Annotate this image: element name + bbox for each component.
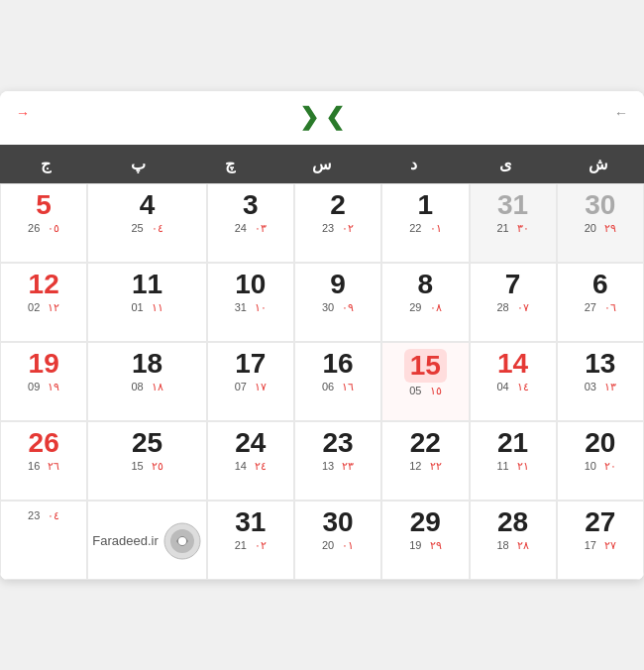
persian-day-number: 16 — [323, 349, 354, 380]
arrow-left-icon: → — [16, 105, 30, 121]
arrow-right-icon: ← — [614, 105, 628, 121]
day-cell[interactable]: 12 ١٢ 02 — [0, 263, 87, 342]
day-cell[interactable]: 19 ١٩ 09 — [0, 342, 87, 421]
sub-days: ٢٦ 16 — [5, 460, 82, 473]
persian-day-number: 26 — [29, 428, 59, 459]
hijri-day: ٠٧ — [517, 301, 529, 314]
day-cell[interactable]: 6 ٠٦ 27 — [557, 263, 644, 342]
gregorian-day: 08 — [131, 381, 143, 393]
chevron-right-icon: ❯ — [319, 103, 346, 130]
day-cell[interactable]: ٠٤ 23 — [0, 501, 87, 580]
day-cell[interactable]: 22 ٢٢ 12 — [381, 421, 469, 501]
day-cell[interactable]: 14 ١٤ 04 — [470, 342, 557, 421]
day-cell[interactable]: 18 ١٨ 08 — [87, 342, 206, 421]
sub-days: ٠٦ 27 — [562, 301, 639, 314]
hijri-day: ٢٠ — [604, 460, 616, 473]
gregorian-day: 30 — [322, 301, 334, 314]
sub-days: ٢١ 11 — [475, 460, 552, 473]
weekday-label: س — [276, 145, 369, 183]
sub-days: ٠١ 20 — [299, 539, 376, 552]
gregorian-day: 18 — [497, 539, 509, 552]
weekday-label: ی — [460, 145, 552, 183]
hijri-day: ٣٠ — [517, 222, 529, 235]
gregorian-day: 10 — [585, 460, 596, 473]
sub-days: ٢٣ 13 — [299, 460, 376, 473]
day-cell[interactable]: 20 ٢٠ 10 — [557, 421, 644, 501]
sub-days: ١٣ 03 — [562, 381, 639, 393]
prev-month-button[interactable]: ← — [610, 105, 628, 121]
sub-days: ٢٤ 14 — [212, 460, 289, 473]
day-cell[interactable]: 1 ٠١ 22 — [381, 183, 469, 263]
sub-days: ٠٢ 21 — [212, 539, 289, 552]
persian-day-number: 20 — [585, 428, 615, 459]
sub-days: ٠٤ 25 — [92, 222, 201, 235]
day-cell[interactable]: 21 ٢١ 11 — [470, 421, 557, 501]
hijri-day: ١٤ — [517, 381, 529, 393]
day-cell[interactable]: 9 ٠٩ 30 — [294, 263, 381, 342]
persian-day-number: 10 — [235, 270, 266, 300]
chevron-left-icon: ❮ — [299, 103, 319, 130]
weekday-label: ج — [0, 145, 92, 183]
gregorian-day: 13 — [322, 460, 334, 473]
day-cell[interactable]: 4 ٠٤ 25 — [87, 183, 206, 263]
sub-days: ١٢ 02 — [5, 301, 82, 314]
day-cell[interactable]: 27 ٢٧ 17 — [557, 501, 644, 580]
day-cell[interactable]: 26 ٢٦ 16 — [0, 421, 87, 501]
gregorian-day: 11 — [497, 460, 509, 473]
day-cell[interactable]: 7 ٠٧ 28 — [470, 263, 557, 342]
gregorian-day: 24 — [235, 222, 247, 235]
day-cell[interactable]: 23 ٢٣ 13 — [294, 421, 381, 501]
persian-day-number: 14 — [497, 349, 528, 380]
gregorian-day: 20 — [585, 222, 596, 235]
gregorian-day: 21 — [235, 539, 247, 552]
gregorian-day: 07 — [235, 381, 247, 393]
day-cell[interactable]: 25 ٢٥ 15 — [87, 421, 206, 501]
svg-point-2 — [178, 537, 186, 545]
persian-day-number: 17 — [235, 349, 266, 380]
hijri-day: ١٦ — [342, 381, 354, 393]
day-cell[interactable]: 28 ٢٨ 18 — [470, 501, 557, 580]
persian-day-number: 18 — [132, 349, 162, 380]
gregorian-day: 01 — [131, 301, 143, 314]
persian-day-number: 5 — [36, 190, 52, 221]
sub-days: ٠٧ 28 — [475, 301, 552, 314]
day-cell[interactable]: 13 ١٣ 03 — [557, 342, 644, 421]
day-cell[interactable]: 31 ٣٠ 21 — [470, 183, 557, 263]
day-cell[interactable]: 16 ١٦ 06 — [294, 342, 381, 421]
day-cell[interactable]: 17 ١٧ 07 — [207, 342, 294, 421]
day-cell[interactable]: 24 ٢٤ 14 — [207, 421, 294, 501]
weekday-label: چ — [184, 145, 276, 183]
weekday-label: پ — [92, 145, 184, 183]
day-cell[interactable]: 8 ٠٨ 29 — [381, 263, 469, 342]
sub-days: ٢٨ 18 — [475, 539, 552, 552]
day-cell[interactable]: 2 ٠٢ 23 — [294, 183, 381, 263]
hijri-day: ١١ — [152, 301, 163, 314]
hijri-day: ٠١ — [430, 222, 442, 235]
day-cell[interactable]: 15 ١٥ 05 — [381, 342, 469, 421]
gregorian-day: 28 — [497, 301, 509, 314]
gregorian-day: 16 — [28, 460, 40, 473]
hijri-day: ٠٩ — [342, 301, 354, 314]
day-cell[interactable]: 10 ١٠ 31 — [207, 263, 294, 342]
persian-day-number: 13 — [585, 349, 615, 380]
day-cell[interactable]: 11 ١١ 01 — [87, 263, 206, 342]
day-cell[interactable]: 29 ٢٩ 19 — [381, 501, 469, 580]
day-cell[interactable]: 5 ٠٥ 26 — [0, 183, 87, 263]
sub-days: ٢٧ 17 — [562, 539, 639, 552]
sub-days: ٢٩ 19 — [386, 539, 464, 552]
persian-month-title: ❯ ❮ — [16, 103, 628, 131]
day-cell[interactable]: 3 ٠٣ 24 — [207, 183, 294, 263]
gregorian-day: 15 — [131, 460, 143, 473]
faradeed-logo: Faradeed.ir — [92, 521, 201, 561]
persian-day-number: 15 — [404, 349, 447, 384]
day-cell[interactable]: 30 ٠١ 20 — [294, 501, 381, 580]
day-cell[interactable]: 30 ٢٩ 20 — [557, 183, 644, 263]
gregorian-day: 17 — [585, 539, 596, 552]
persian-day-number: 21 — [497, 428, 528, 459]
hijri-day: ٢٤ — [255, 460, 267, 473]
persian-day-number: 8 — [418, 270, 434, 300]
gregorian-day: 29 — [409, 301, 421, 314]
persian-day-number: 30 — [323, 507, 354, 538]
next-month-button[interactable]: → — [16, 105, 34, 121]
day-cell[interactable]: 31 ٠٢ 21 — [207, 501, 294, 580]
